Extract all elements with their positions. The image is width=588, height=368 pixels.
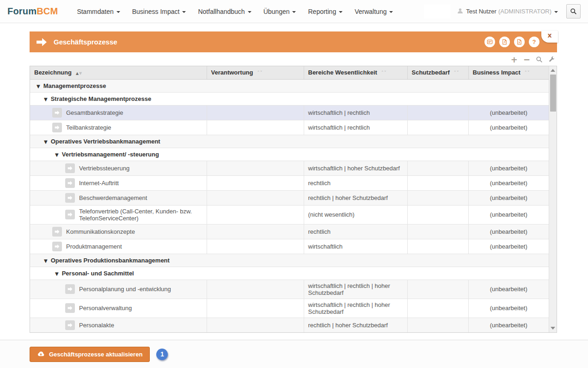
- column-header-business-impact[interactable]: Business Impact˄˅: [468, 66, 549, 79]
- nav-item-stammdaten[interactable]: Stammdaten: [77, 8, 120, 15]
- user-menu[interactable]: Test Nutzer (ADMINISTRATOR): [457, 8, 558, 15]
- nav-item--bungen[interactable]: Übungen: [263, 8, 296, 15]
- sort-asc-icon[interactable]: ▲▼: [76, 71, 82, 75]
- table-search-icon[interactable]: [536, 56, 543, 63]
- collapse-all-icon[interactable]: −: [523, 56, 530, 63]
- column-label: Bezeichnung: [34, 69, 72, 76]
- collapse-icon[interactable]: ▼: [55, 152, 59, 157]
- table-row[interactable]: Personalplanung und -entwicklungwirtscha…: [30, 280, 549, 299]
- process-arrow-icon[interactable]: [65, 320, 75, 330]
- verantwortung-cell: [207, 161, 304, 175]
- schutzbedarf-cell: [407, 239, 468, 254]
- update-processes-button[interactable]: Geschäftsprozesse aktualisieren: [30, 347, 150, 362]
- table-row[interactable]: Gesamtbankstrategiewirtschaftlich | rech…: [30, 105, 549, 120]
- panel-header: Geschäftsprozesse ? x: [30, 31, 557, 52]
- column-header-schutzbedarf[interactable]: Schutzbedarf˄˅: [407, 66, 468, 79]
- process-arrow-icon[interactable]: [52, 242, 62, 251]
- scroll-down-icon[interactable]: [551, 327, 555, 330]
- business-impact-cell: (unbearbeitet): [468, 105, 549, 120]
- top-navbar: ForumBCM StammdatenBusiness ImpactNotfal…: [0, 0, 588, 23]
- group-label: Operatives Produktionsbankmanagement: [51, 257, 170, 264]
- table-row[interactable]: Internet-Auftrittrechtlich(unbearbeitet): [30, 175, 549, 190]
- table-row[interactable]: ▼Strategische Managementprozesse: [30, 92, 549, 105]
- table-row[interactable]: Beschwerdemanagementrechtlich | hoher Sc…: [30, 190, 549, 205]
- global-search-button[interactable]: [566, 4, 581, 19]
- process-label: Internet-Auftritt: [79, 180, 119, 187]
- process-arrow-icon[interactable]: [65, 284, 75, 294]
- table-row[interactable]: Teilbankstrategiewirtschaftlich | rechtl…: [30, 120, 549, 135]
- business-impact-cell: (unbearbeitet): [468, 175, 549, 190]
- table-row[interactable]: Personalakterechtlich | hoher Schutzbeda…: [30, 318, 549, 332]
- sort-icon[interactable]: ˄˅: [257, 71, 263, 75]
- group-cell: ▼Strategische Managementprozesse: [30, 92, 549, 105]
- table-row[interactable]: Vertriebssteuerungwirtschaftlich | hoher…: [30, 161, 549, 175]
- process-label: Personalplanung und -entwicklung: [79, 286, 171, 293]
- column-header-verantwortung[interactable]: Verantwortung˄˅: [207, 66, 304, 79]
- sort-icon[interactable]: ˄˅: [381, 71, 387, 75]
- table-row[interactable]: Produktmanagementwirtschaftlich(unbearbe…: [30, 239, 549, 254]
- business-impact-cell: (unbearbeitet): [468, 280, 549, 299]
- process-name-cell: Vertriebssteuerung: [30, 161, 207, 175]
- table-settings-wrench-icon[interactable]: [548, 56, 555, 63]
- nav-item-business-impact[interactable]: Business Impact: [132, 8, 186, 15]
- column-header-bereiche-wesentlichkeit[interactable]: Bereiche Wesentlichkeit˄˅: [304, 66, 407, 79]
- table-row[interactable]: ▼Operatives Produktionsbankmanagement: [30, 254, 549, 267]
- nav-item-verwaltung[interactable]: Verwaltung: [355, 8, 393, 15]
- table-header-row: Bezeichnung▲▼Verantwortung˄˅Bereiche Wes…: [30, 66, 549, 79]
- collapse-icon[interactable]: ▼: [37, 84, 40, 89]
- process-arrow-icon[interactable]: [65, 193, 75, 203]
- wesentlichkeit-cell: wirtschaftlich | rechtlich | hoher Schut…: [304, 280, 407, 299]
- business-impact-cell: (unbearbeitet): [468, 224, 549, 239]
- details-card-icon[interactable]: [484, 37, 495, 47]
- process-arrow-icon[interactable]: [52, 227, 62, 237]
- table-body: ▼Managementprozesse▼Strategische Managem…: [30, 79, 549, 332]
- table-row[interactable]: ▼Vertriebsmanagement/ -steuerung: [30, 148, 549, 161]
- collapse-icon[interactable]: ▼: [44, 139, 48, 144]
- sort-icon[interactable]: ˄˅: [525, 71, 530, 75]
- scroll-up-icon[interactable]: [551, 69, 555, 72]
- nav-item-label: Reporting: [308, 8, 336, 15]
- wesentlichkeit-cell: wirtschaftlich | rechtlich: [304, 120, 407, 135]
- process-arrow-icon[interactable]: [65, 210, 75, 219]
- app-logo[interactable]: ForumBCM: [7, 6, 58, 17]
- column-header-bezeichnung[interactable]: Bezeichnung▲▼: [30, 66, 207, 79]
- table-row[interactable]: Personalverwaltungwirtschaftlich | recht…: [30, 299, 549, 318]
- chevron-down-icon: [339, 11, 343, 13]
- chevron-down-icon: [248, 11, 251, 13]
- table-row[interactable]: Kommunikationskonzepterechtlich(unbearbe…: [30, 224, 549, 239]
- sort-icon[interactable]: ˄˅: [454, 71, 459, 75]
- process-arrow-icon[interactable]: [65, 303, 75, 313]
- scrollbar-thumb[interactable]: [550, 75, 556, 112]
- vertical-scrollbar[interactable]: [549, 66, 557, 332]
- nav-item-reporting[interactable]: Reporting: [308, 8, 343, 15]
- business-impact-cell: (unbearbeitet): [468, 190, 549, 205]
- table-row[interactable]: ▼Operatives Vertriebsbankmanagement: [30, 135, 549, 148]
- process-arrow-icon[interactable]: [52, 108, 62, 118]
- collapse-icon[interactable]: ▼: [44, 258, 48, 263]
- collapse-icon[interactable]: ▼: [44, 97, 48, 102]
- help-glyph: ?: [533, 38, 536, 45]
- help-icon[interactable]: ?: [529, 37, 539, 47]
- process-arrow-icon[interactable]: [52, 123, 62, 132]
- user-name: Test Nutzer: [466, 8, 496, 15]
- collapse-icon[interactable]: ▼: [55, 271, 59, 276]
- column-label: Business Impact: [473, 69, 521, 76]
- table-row[interactable]: ▼Managementprozesse: [30, 79, 549, 92]
- nav-item-label: Business Impact: [132, 8, 180, 15]
- wesentlichkeit-cell: rechtlich | hoher Schutzbedarf: [304, 318, 407, 332]
- table-row[interactable]: Telefonvertrieb (Call-Center, Kunden- bz…: [30, 205, 549, 224]
- group-cell: ▼Operatives Vertriebsbankmanagement: [30, 135, 549, 148]
- navbar-right: Test Nutzer (ADMINISTRATOR): [424, 4, 581, 19]
- excel-export-icon[interactable]: [514, 37, 525, 47]
- close-panel-button[interactable]: x: [541, 31, 558, 43]
- verantwortung-cell: [207, 280, 304, 299]
- business-impact-cell: (unbearbeitet): [468, 318, 549, 332]
- expand-all-icon[interactable]: +: [511, 56, 518, 63]
- panel-action-icons: ?: [484, 37, 539, 47]
- table-row[interactable]: ▼Personal- und Sachmittel: [30, 267, 549, 280]
- nav-item-notfallhandbuch[interactable]: Notfallhandbuch: [198, 8, 251, 15]
- wesentlichkeit-cell: wirtschaftlich | rechtlich | hoher Schut…: [304, 299, 407, 318]
- pdf-export-icon[interactable]: [499, 37, 510, 47]
- process-arrow-icon[interactable]: [65, 163, 75, 173]
- process-arrow-icon[interactable]: [65, 178, 75, 188]
